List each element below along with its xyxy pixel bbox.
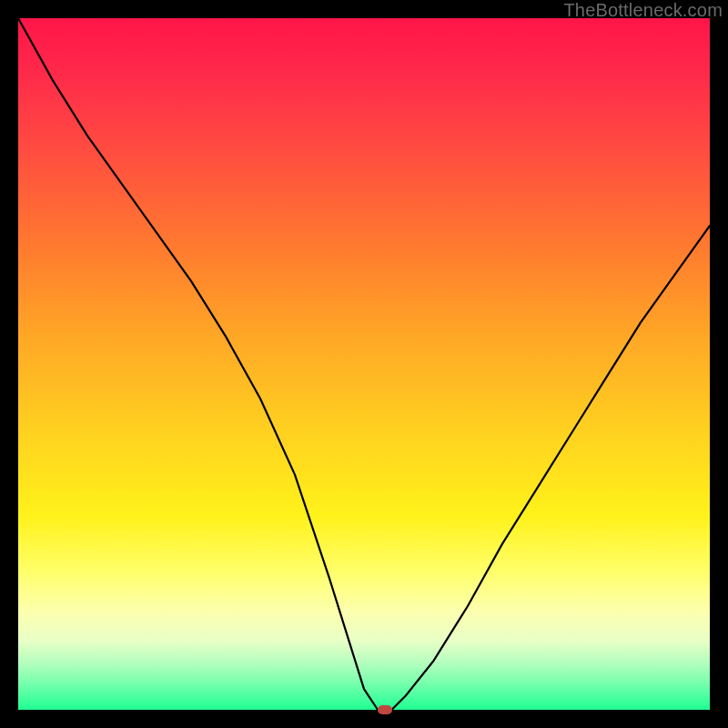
plot-area [18, 18, 710, 710]
bottleneck-curve [18, 18, 710, 710]
curve-svg [18, 18, 710, 710]
optimum-marker [378, 705, 392, 714]
chart-stage: TheBottleneck.com [0, 0, 728, 728]
